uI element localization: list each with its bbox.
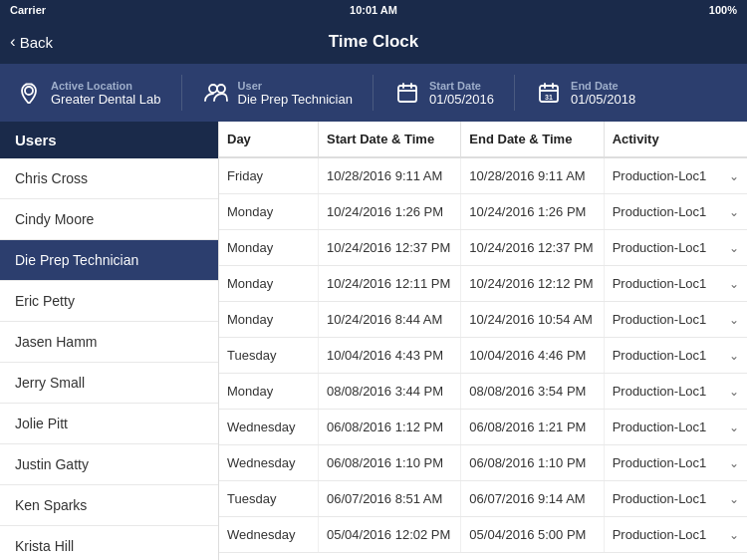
location-icon [15,79,43,107]
cell-start: 10/24/2016 8:44 AM [319,302,461,337]
col-header-day: Day [219,122,319,156]
activity-label: Production-Loc1 [613,527,707,542]
chevron-down-icon[interactable]: ⌄ [729,456,739,470]
sidebar-item-jolie-pitt[interactable]: Jolie Pitt [0,404,218,444]
chevron-down-icon[interactable]: ⌄ [729,241,739,255]
sidebar-item-krista-hill[interactable]: Krista Hill [0,526,218,560]
sidebar-item-cindy-moore[interactable]: Cindy Moore [0,199,218,240]
back-arrow-icon: ‹ [10,32,16,52]
chevron-down-icon[interactable]: ⌄ [729,313,739,327]
activity-label: Production-Loc1 [613,420,707,434]
cell-end: 06/08/2016 1:10 PM [461,445,604,480]
start-date-text: Start Date 01/05/2016 [429,80,494,107]
user-filter[interactable]: User Die Prep Technician [202,79,353,107]
filter-divider-3 [514,75,515,111]
user-icon [202,79,230,107]
table-row[interactable]: Monday 10/24/2016 1:26 PM 10/24/2016 1:2… [219,194,747,230]
cell-day: Wednesday [219,517,319,552]
chevron-down-icon[interactable]: ⌄ [729,205,739,219]
cell-activity: Production-Loc1 ⌄ [605,517,747,552]
col-header-activity: Activity [605,122,747,156]
activity-label: Production-Loc1 [613,455,707,470]
cell-day: Monday [219,266,319,301]
table-body: Friday 10/28/2016 9:11 AM 10/28/2016 9:1… [219,158,747,553]
cell-day: Wednesday [219,410,319,444]
svg-point-2 [217,85,225,93]
cell-activity: Production-Loc1 ⌄ [605,158,747,193]
cell-day: Monday [219,194,319,229]
cell-end: 10/24/2016 10:54 AM [461,302,604,337]
back-label: Back [20,34,53,51]
sidebar-item-ken-sparks[interactable]: Ken Sparks [0,485,218,526]
cell-end: 10/04/2016 4:46 PM [461,338,604,373]
sidebar-item-die-prep-technician[interactable]: Die Prep Technician [0,240,218,281]
chevron-down-icon[interactable]: ⌄ [729,349,739,363]
table-row[interactable]: Tuesday 10/04/2016 4:43 PM 10/04/2016 4:… [219,338,747,374]
cell-start: 10/24/2016 12:37 PM [319,230,461,265]
sidebar-item-jasen-hamm[interactable]: Jasen Hamm [0,322,218,363]
svg-text:31: 31 [545,94,553,101]
cell-start: 08/08/2016 3:44 PM [319,374,461,409]
sidebar-item-chris-cross[interactable]: Chris Cross [0,158,218,199]
sidebar-item-jerry-small[interactable]: Jerry Small [0,363,218,404]
filter-divider-2 [373,75,374,111]
filter-bar: Active Location Greater Dental Lab User … [0,64,747,122]
activity-label: Production-Loc1 [613,491,707,506]
sidebar-item-justin-gatty[interactable]: Justin Gatty [0,444,218,485]
cell-activity: Production-Loc1 ⌄ [605,374,747,409]
back-button[interactable]: ‹ Back [10,32,53,52]
active-location-filter[interactable]: Active Location Greater Dental Lab [15,79,161,107]
page-title: Time Clock [329,32,418,52]
table-row[interactable]: Wednesday 06/08/2016 1:10 PM 06/08/2016 … [219,445,747,481]
user-text: User Die Prep Technician [238,80,353,107]
cell-day: Monday [219,374,319,409]
activity-label: Production-Loc1 [613,276,707,291]
table-row[interactable]: Wednesday 05/04/2016 12:02 PM 05/04/2016… [219,517,747,553]
end-date-text: End Date 01/05/2018 [571,80,635,107]
main-content: Users Chris CrossCindy MooreDie Prep Tec… [0,122,747,560]
nav-bar: ‹ Back Time Clock [0,20,747,64]
carrier-label: Carrier [10,4,46,16]
activity-label: Production-Loc1 [613,312,707,327]
end-date-filter[interactable]: 31 End Date 01/05/2018 [535,79,635,107]
table-row[interactable]: Wednesday 06/08/2016 1:12 PM 06/08/2016 … [219,410,747,445]
cell-end: 06/08/2016 1:21 PM [461,410,604,444]
chevron-down-icon[interactable]: ⌄ [729,385,739,399]
cell-end: 10/24/2016 1:26 PM [461,194,604,229]
table-area: Day Start Date & Time End Date & Time Ac… [219,122,747,560]
chevron-down-icon[interactable]: ⌄ [729,492,739,506]
table-row[interactable]: Monday 10/24/2016 12:11 PM 10/24/2016 12… [219,266,747,302]
end-calendar-icon: 31 [535,79,563,107]
col-header-end: End Date & Time [461,122,604,156]
sidebar-item-eric-petty[interactable]: Eric Petty [0,281,218,322]
cell-day: Wednesday [219,445,319,480]
cell-day: Monday [219,302,319,337]
cell-activity: Production-Loc1 ⌄ [605,410,747,444]
table-row[interactable]: Tuesday 06/07/2016 8:51 AM 06/07/2016 9:… [219,481,747,517]
chevron-down-icon[interactable]: ⌄ [729,169,739,183]
cell-start: 10/28/2016 9:11 AM [319,158,461,193]
cell-activity: Production-Loc1 ⌄ [605,338,747,373]
cell-activity: Production-Loc1 ⌄ [605,445,747,480]
filter-divider-1 [181,75,182,111]
cell-end: 10/28/2016 9:11 AM [461,158,604,193]
time-label: 10:01 AM [350,4,397,16]
activity-label: Production-Loc1 [613,348,707,363]
cell-activity: Production-Loc1 ⌄ [605,302,747,337]
table-row[interactable]: Friday 10/28/2016 9:11 AM 10/28/2016 9:1… [219,158,747,194]
active-location-text: Active Location Greater Dental Lab [51,80,161,107]
start-date-filter[interactable]: Start Date 01/05/2016 [393,79,494,107]
cell-start: 10/04/2016 4:43 PM [319,338,461,373]
table-header: Day Start Date & Time End Date & Time Ac… [219,122,747,158]
svg-point-1 [209,85,217,93]
table-row[interactable]: Monday 10/24/2016 12:37 PM 10/24/2016 12… [219,230,747,266]
cell-start: 10/24/2016 1:26 PM [319,194,461,229]
chevron-down-icon[interactable]: ⌄ [729,528,739,542]
chevron-down-icon[interactable]: ⌄ [729,277,739,291]
chevron-down-icon[interactable]: ⌄ [729,420,739,434]
table-row[interactable]: Monday 10/24/2016 8:44 AM 10/24/2016 10:… [219,302,747,338]
table-row[interactable]: Monday 08/08/2016 3:44 PM 08/08/2016 3:5… [219,374,747,410]
cell-start: 06/08/2016 1:10 PM [319,445,461,480]
cell-activity: Production-Loc1 ⌄ [605,481,747,516]
cell-day: Monday [219,230,319,265]
